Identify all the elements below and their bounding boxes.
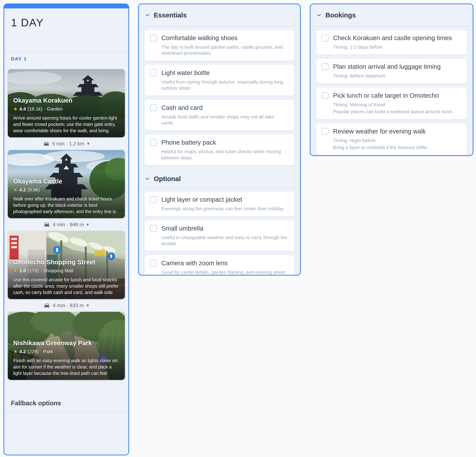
checkbox[interactable] bbox=[322, 128, 329, 135]
star-icon: ★ bbox=[13, 187, 18, 192]
booking-item-title: Review weather for evening walk bbox=[333, 128, 426, 135]
place-name: Okayama Castle bbox=[13, 178, 120, 185]
booking-item-lunch-target: Pick lunch or cafe target in Omotecho Ti… bbox=[316, 88, 467, 119]
checklist-item-description: The day is built around garden paths, ca… bbox=[161, 44, 288, 56]
checklist-item-description: Good for castle details, garden framing,… bbox=[161, 269, 288, 276]
place-description: Use this covered arcade for lunch and lo… bbox=[13, 276, 120, 296]
chevron-down-icon bbox=[144, 176, 150, 182]
section-title: Essentials bbox=[154, 11, 187, 19]
checkbox[interactable] bbox=[150, 260, 157, 267]
place-card-okayama-korakuen[interactable]: Okayama Korakuen ★ 4.4 (16.1k) · Garden … bbox=[8, 69, 125, 137]
caret-down-icon[interactable]: ▾ bbox=[87, 303, 89, 308]
place-card-okayama-castle[interactable]: Okayama Castle ★ 4.2 (9.6k) Walk over af… bbox=[8, 150, 125, 218]
travel-leg-text: 4 min · 833 m bbox=[53, 303, 84, 308]
car-icon bbox=[44, 222, 50, 228]
fallback-options-heading: Fallback options bbox=[4, 399, 128, 407]
booking-item-station-arrival: Plan station arrival and luggage timing … bbox=[316, 59, 467, 83]
rating-value: 4.4 bbox=[19, 106, 26, 112]
booking-item-title: Check Korakuen and castle opening times bbox=[333, 34, 452, 42]
checklist-item-title: Small umbrella bbox=[161, 225, 204, 232]
place-description: Arrive around opening hours for cooler g… bbox=[13, 115, 120, 134]
checklist-item-title: Phone battery pack bbox=[161, 139, 216, 146]
travel-leg-3[interactable]: 4 min · 833 m ▾ bbox=[8, 299, 125, 312]
review-count: (9.6k) bbox=[27, 187, 40, 192]
place-name: Nishikawa Greenway Park bbox=[13, 340, 120, 347]
checkbox[interactable] bbox=[150, 34, 157, 42]
booking-item-title: Pick lunch or cafe target in Omotecho bbox=[333, 92, 439, 99]
stops-list: Okayama Korakuen ★ 4.4 (16.1k) · Garden … bbox=[4, 62, 128, 380]
review-count: (229) bbox=[27, 349, 39, 354]
chevron-down-icon bbox=[316, 12, 322, 18]
travel-leg-2[interactable]: 4 min · 948 m ▾ bbox=[8, 218, 125, 231]
itinerary-title: 1 DAY bbox=[11, 17, 122, 28]
travel-leg-text: 5 min · 1.2 km bbox=[52, 141, 85, 147]
checklist-item-description: Evenings along the greenway can feel coo… bbox=[161, 206, 288, 212]
car-icon bbox=[43, 141, 49, 147]
place-card-nishikawa-greenway-park[interactable]: Nishikawa Greenway Park ★ 4.2 (229) · Pa… bbox=[8, 312, 125, 380]
section-header-bookings[interactable]: Bookings bbox=[311, 4, 473, 26]
place-info: Okayama Korakuen ★ 4.4 (16.1k) · Garden … bbox=[13, 97, 120, 134]
itinerary-header: 1 DAY bbox=[4, 8, 128, 28]
booking-item-note: Popular places can build a weekend queue… bbox=[333, 109, 460, 115]
checklist-item-title: Comfortable walking shoes bbox=[161, 34, 238, 42]
place-card-omotecho-shopping-street[interactable]: Omotecho Shopping Street ★ 3.6 (179) · S… bbox=[8, 231, 125, 299]
checkbox[interactable] bbox=[150, 225, 157, 232]
travel-leg-text: 4 min · 948 m bbox=[53, 222, 84, 228]
rating-row: ★ 3.6 (179) · Shopping Mall bbox=[13, 268, 120, 273]
place-category: · Garden bbox=[44, 106, 63, 112]
checklist-item-light-water-bottle: Light water bottle Useful from spring th… bbox=[144, 65, 294, 96]
section-title: Optional bbox=[154, 175, 181, 183]
rating-row: ★ 4.2 (9.6k) bbox=[13, 187, 120, 192]
checklist-item-light-layer-or-compact-jacket: Light layer or compact jacket Evenings a… bbox=[144, 191, 294, 216]
rating-row: ★ 4.4 (16.1k) · Garden bbox=[13, 106, 120, 112]
checklist-item-description: Useful in changeable weather and easy to… bbox=[161, 234, 288, 247]
place-description: Walk over after Korakuen and check ticke… bbox=[13, 196, 120, 215]
bookings-items: Check Korakuen and castle opening times … bbox=[311, 26, 473, 156]
booking-item-check-opening-times: Check Korakuen and castle opening times … bbox=[316, 30, 467, 55]
itinerary-header-divider bbox=[4, 52, 128, 52]
section-header-optional[interactable]: Optional bbox=[139, 170, 300, 188]
checkbox[interactable] bbox=[322, 34, 329, 42]
checklist-item-description: Helpful for maps, photos, and ticket che… bbox=[161, 149, 288, 161]
booking-item-timing: Timing: Morning of travel bbox=[333, 102, 460, 108]
review-count: (179) bbox=[27, 268, 39, 273]
checklist-item-phone-battery-pack: Phone battery pack Helpful for maps, pho… bbox=[144, 134, 294, 165]
checklist-item-title: Camera with zoom lens bbox=[161, 260, 228, 267]
rating-value: 4.2 bbox=[19, 187, 26, 192]
place-name: Omotecho Shopping Street bbox=[13, 259, 120, 266]
checklist-item-comfortable-walking-shoes: Comfortable walking shoes The day is bui… bbox=[144, 30, 294, 61]
booking-item-timing: Timing: Before departure bbox=[333, 73, 460, 79]
place-info: Okayama Castle ★ 4.2 (9.6k) Walk over af… bbox=[13, 178, 120, 215]
star-icon: ★ bbox=[13, 268, 18, 273]
checkbox[interactable] bbox=[150, 104, 157, 111]
itinerary-panel-accent-strip bbox=[4, 4, 128, 8]
checklist-item-description: Useful from spring through autumn, espec… bbox=[161, 79, 288, 91]
checklist-item-cash-and-card: Cash and card Arcade food stalls and sma… bbox=[144, 100, 294, 131]
caret-down-icon[interactable]: ▾ bbox=[87, 222, 89, 227]
optional-items: Light layer or compact jacket Evenings a… bbox=[139, 188, 300, 276]
place-description: Finish with an easy evening walk as ligh… bbox=[13, 357, 120, 376]
checklist-item-description: Arcade food stalls and smaller shops may… bbox=[161, 114, 288, 126]
car-icon bbox=[44, 302, 50, 308]
section-header-essentials[interactable]: Essentials bbox=[139, 4, 300, 26]
booking-item-timing: Timing: 1-2 days before bbox=[333, 44, 460, 50]
packing-panel: Essentials Comfortable walking shoes The… bbox=[138, 3, 301, 276]
booking-item-note: Bring a layer or umbrella if the forecas… bbox=[333, 144, 460, 150]
checkbox[interactable] bbox=[322, 63, 329, 70]
rating-value: 3.6 bbox=[19, 268, 26, 273]
bookings-panel: Bookings Check Korakuen and castle openi… bbox=[310, 3, 474, 156]
fallback-divider bbox=[4, 411, 128, 412]
checkbox[interactable] bbox=[322, 92, 329, 99]
checklist-item-title: Light water bottle bbox=[161, 69, 210, 76]
checklist-item-title: Light layer or compact jacket bbox=[161, 196, 242, 203]
fallback-section: Fallback options bbox=[4, 399, 128, 412]
booking-item-timing: Timing: Night before bbox=[333, 137, 460, 143]
checkbox[interactable] bbox=[150, 196, 157, 203]
checkbox[interactable] bbox=[150, 139, 157, 146]
caret-down-icon[interactable]: ▾ bbox=[87, 141, 89, 146]
section-title: Bookings bbox=[325, 11, 356, 19]
checkbox[interactable] bbox=[150, 69, 157, 76]
review-count: (16.1k) bbox=[27, 106, 42, 112]
place-category: · Park bbox=[40, 349, 53, 354]
travel-leg-1[interactable]: 5 min · 1.2 km ▾ bbox=[8, 137, 125, 150]
